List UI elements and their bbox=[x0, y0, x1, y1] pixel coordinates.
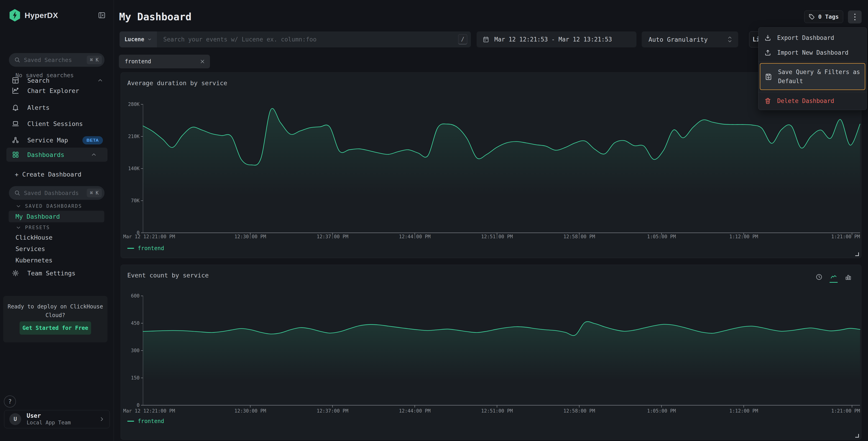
download-icon bbox=[765, 34, 771, 41]
lucene-label: Lucene bbox=[125, 36, 144, 42]
clickhouse-cloud-promo: Ready to deploy on ClickHouse Cloud? Get… bbox=[3, 296, 107, 342]
search-icon bbox=[14, 57, 20, 63]
tags-count-label: 0 Tags bbox=[818, 13, 839, 20]
chart-legend[interactable]: frontend bbox=[127, 245, 164, 252]
chart-legend[interactable]: frontend bbox=[127, 418, 164, 424]
help-button[interactable]: ? bbox=[4, 395, 16, 408]
menu-item-label-line2: Default bbox=[778, 78, 803, 85]
svg-text:210K: 210K bbox=[128, 134, 140, 139]
app-logo[interactable]: HyperDX bbox=[9, 9, 58, 22]
saved-searches-field[interactable] bbox=[24, 57, 87, 63]
svg-text:1:05:00 PM: 1:05:00 PM bbox=[647, 408, 676, 414]
dashboard-menu-button[interactable] bbox=[848, 10, 862, 24]
svg-text:12:30:00 PM: 12:30:00 PM bbox=[235, 234, 266, 239]
shortcut-badge: ⌘ K bbox=[87, 56, 102, 64]
sidebar-item-label: Service Map bbox=[27, 137, 68, 144]
sidebar-item-my-dashboard[interactable]: My Dashboard bbox=[9, 211, 104, 222]
sidebar-item-client-sessions[interactable]: Client Sessions bbox=[0, 117, 114, 131]
svg-text:70K: 70K bbox=[131, 198, 140, 203]
menu-item-delete-dashboard[interactable]: Delete Dashboard bbox=[758, 94, 867, 108]
sidebar-item-clickhouse[interactable]: ClickHouse bbox=[16, 234, 53, 241]
kebab-icon bbox=[854, 14, 856, 15]
resize-handle-icon[interactable] bbox=[855, 253, 859, 256]
svg-text:1:12:00 PM: 1:12:00 PM bbox=[729, 234, 758, 239]
filter-chip-label: frontend bbox=[125, 58, 151, 65]
chevron-right-icon bbox=[99, 416, 104, 422]
section-presets[interactable]: PRESETS bbox=[16, 225, 50, 230]
chevron-up-icon bbox=[91, 152, 97, 157]
line-chart-event-count[interactable]: 0150300450600Mar 12 12:21:00 PM12:30:00 … bbox=[121, 265, 862, 440]
sidebar-item-team-settings[interactable]: Team Settings bbox=[0, 266, 114, 280]
saved-dashboards-input[interactable]: ⌘ K bbox=[9, 186, 104, 200]
create-dashboard-button[interactable]: + Create Dashboard bbox=[15, 171, 82, 178]
svg-text:1:21:00 PM: 1:21:00 PM bbox=[831, 234, 860, 239]
svg-text:1:12:00 PM: 1:12:00 PM bbox=[729, 408, 758, 414]
sidebar: HyperDX Search ⌘ K No saved searches bbox=[0, 0, 114, 441]
granularity-select[interactable]: Auto Granularity bbox=[642, 31, 738, 48]
section-label-text: SAVED DASHBOARDS bbox=[25, 203, 82, 209]
event-search-input[interactable] bbox=[157, 36, 458, 43]
filter-chip-frontend[interactable]: frontend bbox=[119, 55, 210, 68]
page-title: My Dashboard bbox=[119, 11, 191, 23]
select-chevrons-icon bbox=[727, 35, 732, 43]
saved-dashboards-field[interactable] bbox=[24, 190, 87, 196]
search-icon bbox=[14, 190, 20, 196]
sidebar-item-label: Dashboards bbox=[27, 151, 64, 158]
sidebar-item-dashboards[interactable]: Dashboards bbox=[6, 148, 107, 162]
gear-icon bbox=[12, 269, 19, 277]
chart-explorer-icon bbox=[12, 87, 19, 94]
svg-text:12:44:00 PM: 12:44:00 PM bbox=[399, 408, 431, 414]
menu-item-export-dashboard[interactable]: Export Dashboard bbox=[758, 31, 867, 45]
close-icon[interactable] bbox=[200, 59, 205, 64]
menu-item-save-query-default[interactable]: Save Query & Filters as Default bbox=[760, 63, 865, 90]
svg-text:1:05:00 PM: 1:05:00 PM bbox=[647, 234, 676, 239]
section-label-text: PRESETS bbox=[25, 225, 50, 230]
svg-text:0: 0 bbox=[136, 403, 140, 408]
chevron-down-icon bbox=[147, 37, 152, 42]
beta-badge: BETA bbox=[83, 136, 103, 144]
promo-text-line1: Ready to deploy on ClickHouse bbox=[3, 302, 107, 311]
lucene-mode-select[interactable]: Lucene bbox=[120, 31, 157, 48]
avatar: U bbox=[9, 413, 21, 425]
sidebar-item-label: Client Sessions bbox=[27, 120, 83, 127]
dashboards-grid-icon bbox=[12, 151, 19, 158]
sidebar-item-label: Team Settings bbox=[27, 270, 75, 277]
sidebar-item-alerts[interactable]: Alerts bbox=[0, 100, 114, 115]
svg-text:12:44:00 PM: 12:44:00 PM bbox=[399, 234, 431, 239]
menu-item-import-dashboard[interactable]: Import New Dashboard bbox=[758, 46, 867, 60]
user-name: User bbox=[27, 412, 71, 419]
svg-text:450: 450 bbox=[131, 321, 140, 326]
svg-text:600: 600 bbox=[131, 293, 140, 299]
svg-text:280K: 280K bbox=[128, 101, 140, 107]
user-team: Local App Team bbox=[27, 419, 71, 426]
promo-text-line2: Cloud? bbox=[3, 311, 107, 320]
sidebar-item-services[interactable]: Services bbox=[16, 245, 45, 253]
svg-text:1:21:00 PM: 1:21:00 PM bbox=[831, 408, 860, 414]
tag-icon bbox=[809, 14, 815, 20]
granularity-value: Auto Granularity bbox=[649, 36, 708, 43]
user-menu[interactable]: U User Local App Team bbox=[4, 410, 110, 428]
section-saved-dashboards[interactable]: SAVED DASHBOARDS bbox=[16, 203, 82, 209]
menu-item-label: Delete Dashboard bbox=[777, 97, 834, 104]
service-map-icon bbox=[12, 137, 19, 144]
get-started-button[interactable]: Get Started for Free bbox=[20, 321, 91, 334]
chevron-up-icon bbox=[97, 78, 103, 83]
laptop-icon bbox=[12, 120, 19, 127]
chevron-down-icon bbox=[16, 225, 21, 230]
svg-text:12:58:00 PM: 12:58:00 PM bbox=[563, 234, 595, 239]
no-saved-searches-text: No saved searches bbox=[16, 72, 74, 79]
svg-text:12:37:00 PM: 12:37:00 PM bbox=[317, 408, 348, 414]
date-range-picker[interactable]: Mar 12 12:21:53 - Mar 12 13:21:53 bbox=[476, 31, 637, 48]
saved-searches-input[interactable]: ⌘ K bbox=[9, 53, 104, 67]
sidebar-item-kubernetes[interactable]: Kubernetes bbox=[16, 257, 53, 264]
resize-handle-icon[interactable] bbox=[855, 434, 859, 438]
line-chart-avg-duration[interactable]: 070K140K210K280KMar 12 12:21:00 PM12:30:… bbox=[121, 73, 862, 258]
tags-button[interactable]: 0 Tags bbox=[804, 10, 843, 23]
menu-item-label-line1: Save Query & Filters as bbox=[778, 68, 860, 76]
sidebar-collapse-icon[interactable] bbox=[98, 11, 106, 19]
chart-card-avg-duration: Average duration by service 070K140K210K… bbox=[121, 72, 861, 258]
sidebar-item-chart-explorer[interactable]: Chart Explorer bbox=[0, 84, 114, 98]
upload-icon bbox=[765, 49, 771, 56]
svg-text:12:30:00 PM: 12:30:00 PM bbox=[235, 408, 266, 414]
svg-text:12:51:00 PM: 12:51:00 PM bbox=[481, 408, 513, 414]
